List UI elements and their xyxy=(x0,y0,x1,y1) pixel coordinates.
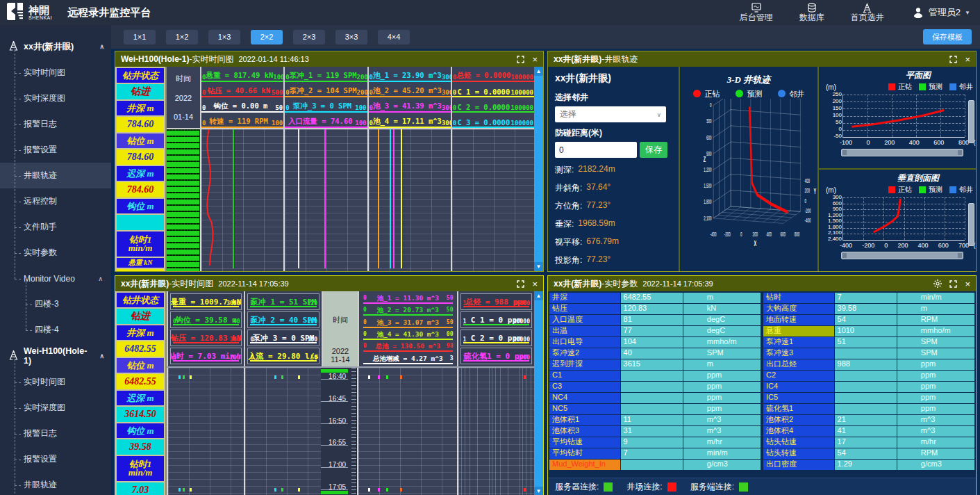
nav-item[interactable]: 数据库 xyxy=(799,3,824,22)
curve-label: 入口流量 = 74.60 xyxy=(288,117,353,127)
shenkai-logo-icon xyxy=(6,2,24,24)
curve-label: 转速 = 119 RPM xyxy=(210,117,268,127)
time-column-header: 时间202201-14 xyxy=(167,67,200,128)
logo-en: SHENKAI xyxy=(28,15,52,20)
nav-item[interactable]: 后台管理 xyxy=(740,3,773,22)
sidebar-item[interactable]: 报警设置 xyxy=(0,137,111,163)
layout-button-4x4[interactable]: 4×4 xyxy=(378,30,410,44)
curve-legend: 钻时 = 7.03 min/m0200 xyxy=(170,348,242,364)
x-tick: 400 xyxy=(909,139,920,146)
sidebar-item[interactable]: 实时深度图 xyxy=(0,395,111,421)
vertical-scrollbar[interactable]: ▲ ▼ xyxy=(534,291,543,495)
sidebar-item-label: 井眼轨迹 xyxy=(24,170,57,181)
page-title: 远程录井监控平台 xyxy=(67,6,151,19)
param-value: 3615 xyxy=(621,359,683,370)
param-value: 77 xyxy=(621,326,683,336)
curve-legend: 0C_2 = 0.0000100000 xyxy=(452,97,534,113)
sidebar-item[interactable]: 文件助手 xyxy=(0,214,111,240)
scroll-down-icon[interactable]: ▼ xyxy=(534,487,543,495)
panel-well-name: Wei-H100(Hole-1) xyxy=(121,54,189,64)
layout-button-1x2[interactable]: 1×2 xyxy=(166,30,198,44)
curve-label: 泵冲_2 = 104 SPM xyxy=(290,86,357,96)
param-unit: min/m xyxy=(897,293,974,303)
curve-max: 50 xyxy=(447,295,454,301)
offset-well-select[interactable]: 选择 ∨ xyxy=(555,106,666,122)
save-button[interactable]: 保存 xyxy=(640,142,667,158)
sidebar-item-label: 报警设置 xyxy=(24,453,57,465)
sidebar-item-label: 报警设置 xyxy=(24,144,57,156)
curve-legend: 0泵冲_2 = 104 SPM200 xyxy=(285,82,367,97)
layout-button-1x1[interactable]: 1×1 xyxy=(124,30,156,44)
sidebar-item[interactable]: Monitor Video∧ xyxy=(0,266,111,291)
layout-button-1x3[interactable]: 1×3 xyxy=(208,30,240,44)
layout-button-2x3[interactable]: 2×3 xyxy=(293,30,325,44)
param-value: 11 xyxy=(621,415,683,425)
curve-legend: 钻压 = 120.83 kN0300 xyxy=(170,330,242,346)
horizontal-scrollbar[interactable] xyxy=(841,149,963,156)
sidebar-item[interactable]: 实时时间图 xyxy=(0,369,111,395)
user-menu[interactable]: 管理员2 ▼ xyxy=(912,6,970,20)
param-value: 17 xyxy=(835,437,897,448)
expand-icon[interactable] xyxy=(949,280,957,288)
curve-max: 40 xyxy=(233,318,240,325)
curve-min: 1 xyxy=(463,336,467,343)
sidebar-item[interactable]: 实时参数 xyxy=(0,240,111,266)
panel-timechart-1: Wei-H100(Hole-1) -实时时间图 2022-01-14 11:46… xyxy=(115,51,544,272)
scroll-down-icon[interactable]: ▼ xyxy=(534,262,543,271)
sidebar-subitem[interactable]: 四楼-3 xyxy=(0,291,111,317)
param-group: 出口电导104mmho/m xyxy=(549,337,761,348)
param-unit: ppm xyxy=(683,393,761,403)
x-tick: 0 xyxy=(884,242,888,249)
status-label: 服务端连接: xyxy=(690,481,734,493)
curve-column-header: 泵冲_1 = 51 SPM0120泵冲_2 = 40 SPM0100泵冲_3 =… xyxy=(244,291,321,366)
scroll-up-icon[interactable]: ▲ xyxy=(534,67,543,76)
x-tick: 0 xyxy=(867,139,870,146)
sidebar-subitem[interactable]: 四楼-4 xyxy=(0,317,111,343)
gear-icon[interactable] xyxy=(933,279,942,288)
close-icon[interactable]: × xyxy=(532,55,538,64)
layout-button-3x3[interactable]: 3×3 xyxy=(335,30,367,44)
close-icon[interactable]: × xyxy=(965,279,970,289)
param-unit: min/m xyxy=(683,448,761,459)
sidebar-item[interactable]: 井眼轨迹 xyxy=(0,472,111,495)
close-icon[interactable]: × xyxy=(532,279,538,289)
distance-input[interactable] xyxy=(555,142,637,158)
expand-icon[interactable] xyxy=(517,56,524,63)
nav-item[interactable]: 首页选井 xyxy=(851,3,884,22)
curve-line xyxy=(390,129,391,268)
curve-legend: 池_3 = 31.07 m^3050 xyxy=(361,318,455,328)
save-template-button[interactable]: 保存模板 xyxy=(923,29,972,44)
expand-icon[interactable] xyxy=(517,280,524,288)
sidebar-item[interactable]: 实时时间图 xyxy=(0,60,111,86)
sidebar-item[interactable]: 实时深度图 xyxy=(0,86,111,111)
vertical-scrollbar[interactable] xyxy=(968,203,974,246)
svg-text:Z: Z xyxy=(704,155,706,163)
y-tick: 200 xyxy=(833,99,842,104)
sidebar-item[interactable]: 井眼轨迹 xyxy=(0,163,111,188)
curve-min: 0 xyxy=(453,120,456,127)
curve-min: 0 xyxy=(250,318,254,325)
chart-legend: 正钻预测邻井 xyxy=(680,89,817,99)
scroll-up-icon[interactable]: ▲ xyxy=(534,291,543,300)
sidebar-item[interactable]: 报警日志 xyxy=(0,111,111,137)
sidebar-well-group[interactable]: xx井(新井眼)∧ xyxy=(0,33,111,60)
panel-title-bar: Wei-H100(Hole-1) -实时时间图 2022-01-14 11:46… xyxy=(115,51,543,67)
close-icon[interactable]: × xyxy=(965,55,970,64)
sidebar-well-group[interactable]: Wei-H100(Hole-1)∧ xyxy=(0,343,111,369)
param-name: Mud_Weight_In xyxy=(549,460,620,470)
vertical-scrollbar[interactable] xyxy=(968,100,974,143)
table-row: 平均钻时7min/m钻头转速54RPM xyxy=(549,448,974,459)
vertical-scrollbar[interactable]: ▲ ▼ xyxy=(534,67,543,271)
curve-max: 100000 xyxy=(510,104,533,111)
sidebar-item[interactable]: 远程控制 xyxy=(0,188,111,214)
legend-label: 正钻 xyxy=(705,90,720,98)
layout-button-2x2[interactable]: 2×2 xyxy=(251,30,283,44)
curve-legend: 0泵冲_1 = 119 SPM200 xyxy=(285,67,367,82)
sidebar-item[interactable]: 报警日志 xyxy=(0,421,111,446)
expand-icon[interactable] xyxy=(949,56,957,63)
param-name: 池体积3 xyxy=(549,426,620,437)
horizontal-scrollbar[interactable] xyxy=(841,252,963,259)
sidebar-item-label: 报警日志 xyxy=(24,118,57,130)
svg-text:200: 200 xyxy=(753,232,758,238)
sidebar-item[interactable]: 报警设置 xyxy=(0,446,111,472)
